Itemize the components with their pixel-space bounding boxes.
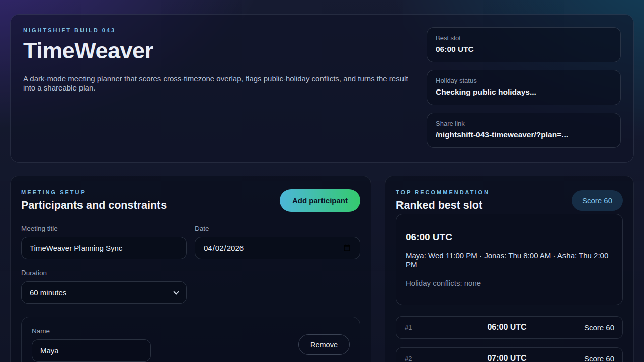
rank-score: Score 60 (574, 354, 614, 362)
stat-holiday-status: Holiday status Checking public holidays.… (427, 70, 621, 105)
build-eyebrow: NIGHTSHIFT BUILD 043 (23, 27, 412, 33)
rank-time: 07:00 UTC (440, 354, 574, 362)
recommendation-eyebrow: TOP RECOMMENDATION (396, 189, 490, 195)
duration-label: Duration (21, 269, 187, 277)
score-badge: Score 60 (572, 190, 623, 211)
rank-time: 06:00 UTC (440, 323, 574, 332)
participant-name-input[interactable] (32, 339, 151, 362)
recommendation-panel: TOP RECOMMENDATION Ranked best slot Scor… (385, 176, 634, 362)
meeting-title-input[interactable] (21, 237, 187, 259)
top-slot-time: 06:00 UTC (406, 232, 613, 243)
participant-name-group: Name (32, 327, 151, 362)
duration-select[interactable]: 60 minutes (21, 281, 187, 304)
app-root: NIGHTSHIFT BUILD 043 TimeWeaver A dark-m… (0, 0, 644, 362)
app-title: TimeWeaver (23, 38, 412, 63)
setup-heading: MEETING SETUP Participants and constrain… (21, 189, 167, 212)
setup-title: Participants and constraints (21, 199, 167, 212)
date-label: Date (195, 225, 360, 232)
add-participant-button[interactable]: Add participant (280, 189, 360, 212)
setup-eyebrow: MEETING SETUP (21, 189, 167, 195)
stat-value: 06:00 UTC (436, 45, 612, 54)
stat-share-link: Share link /nightshift-043-timeweaver/?p… (427, 113, 621, 148)
stat-label: Best slot (436, 34, 612, 42)
ranked-slot-row: #2 07:00 UTC Score 60 (396, 347, 623, 362)
meeting-title-field-group: Meeting title (21, 225, 187, 259)
rank-number: #2 (405, 355, 440, 362)
date-field-group: Date (195, 225, 360, 259)
meeting-setup-panel: MEETING SETUP Participants and constrain… (10, 176, 371, 362)
hero-card: NIGHTSHIFT BUILD 043 TimeWeaver A dark-m… (10, 14, 634, 163)
top-slot-conflicts: Holiday conflicts: none (406, 279, 613, 287)
stat-label: Share link (436, 120, 612, 127)
participant-card: Name Remove Time zone Country (21, 317, 360, 362)
rank-score: Score 60 (574, 323, 614, 332)
duration-field-group: Duration 60 minutes (21, 269, 187, 304)
top-slot-participants: Maya: Wed 11:00 PM · Jonas: Thu 8:00 AM … (406, 251, 613, 270)
stat-best-slot: Best slot 06:00 UTC (427, 27, 621, 62)
app-description: A dark-mode meeting planner that scores … (23, 74, 412, 94)
top-slot-card: 06:00 UTC Maya: Wed 11:00 PM · Jonas: Th… (396, 214, 623, 305)
meeting-title-label: Meeting title (21, 225, 187, 232)
ranked-slot-list: #1 06:00 UTC Score 60 #2 07:00 UTC Score… (396, 316, 623, 362)
hero-stats: Best slot 06:00 UTC Holiday status Check… (427, 27, 621, 150)
stat-value: Checking public holidays... (436, 87, 612, 97)
recommendation-title: Ranked best slot (396, 199, 490, 212)
hero-text: NIGHTSHIFT BUILD 043 TimeWeaver A dark-m… (23, 27, 412, 150)
stat-label: Holiday status (436, 77, 612, 84)
participant-name-label: Name (32, 327, 151, 335)
date-input[interactable] (195, 237, 360, 259)
remove-participant-button[interactable]: Remove (298, 334, 350, 355)
recommendation-heading: TOP RECOMMENDATION Ranked best slot (396, 189, 490, 212)
ranked-slot-row: #1 06:00 UTC Score 60 (396, 316, 623, 339)
stat-value: /nightshift-043-timeweaver/?plan=... (436, 130, 612, 139)
rank-number: #1 (405, 324, 440, 331)
